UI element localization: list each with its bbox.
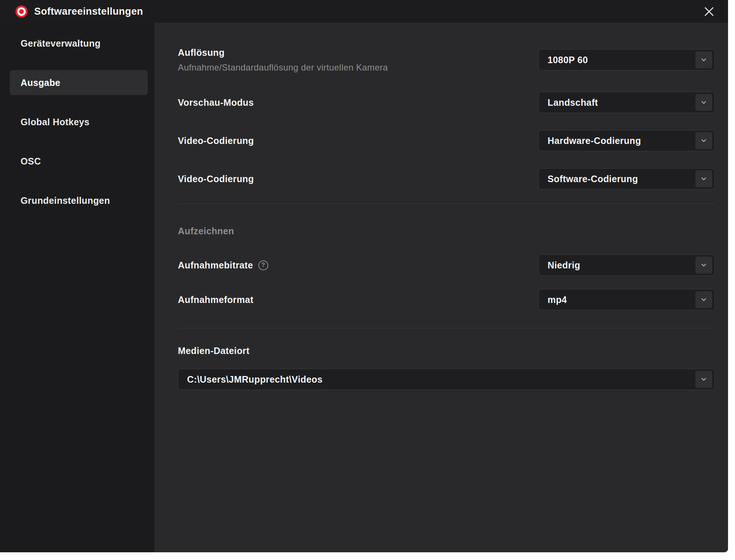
preview-mode-select[interactable]: Landschaft: [538, 92, 715, 113]
close-button[interactable]: [701, 3, 717, 19]
help-icon[interactable]: ?: [258, 260, 268, 270]
chevron-down-icon: [695, 132, 712, 149]
sidebar: Geräteverwaltung Ausgabe Global Hotkeys …: [0, 23, 154, 552]
select-value: mp4: [548, 295, 567, 305]
select-value: C:\Users\JMRupprecht\Videos: [187, 374, 323, 385]
bitrate-select[interactable]: Niedrig: [538, 254, 715, 276]
sidebar-item-osc[interactable]: OSC: [10, 149, 148, 174]
field-label: Video-Codierung: [178, 173, 254, 185]
select-value: 1080P 60: [548, 55, 588, 65]
sidebar-item-label: Grundeinstellungen: [21, 195, 110, 206]
field-label: Aufnahmeformat: [178, 293, 254, 306]
titlebar: Softwareeinstellungen: [0, 0, 728, 23]
page: Softwareeinstellungen Geräteverwaltung A…: [0, 0, 735, 560]
field-sublabel: Aufnahme/Standardauflösung der virtuelle…: [178, 62, 388, 73]
video-encoding-hw-select[interactable]: Hardware-Codierung: [538, 130, 715, 151]
field-label-text: Aufnahmebitrate: [178, 259, 253, 271]
field-label: Auflösung: [178, 46, 388, 59]
sidebar-item-label: Global Hotkeys: [21, 117, 90, 127]
resolution-select[interactable]: 1080P 60: [538, 49, 715, 71]
section-header-recording: Aufzeichnen: [178, 225, 715, 237]
field-label: Vorschau-Modus: [178, 96, 254, 109]
video-encoding-sw-select[interactable]: Software-Codierung: [538, 168, 715, 189]
media-location-select[interactable]: C:\Users\JMRupprecht\Videos: [178, 369, 715, 390]
format-select[interactable]: mp4: [538, 289, 715, 310]
select-value: Landschaft: [548, 97, 598, 108]
sidebar-item-label: OSC: [21, 156, 41, 167]
sidebar-item-global-hotkeys[interactable]: Global Hotkeys: [10, 109, 148, 134]
chevron-down-icon: [695, 51, 712, 68]
field-row-resolution: Auflösung Aufnahme/Standardauflösung der…: [178, 46, 715, 73]
close-icon: [704, 7, 714, 17]
chevron-down-icon: [695, 257, 712, 274]
main-content: Auflösung Aufnahme/Standardauflösung der…: [154, 23, 728, 552]
sidebar-item-geraeteverwaltung[interactable]: Geräteverwaltung: [10, 31, 148, 56]
field-label: Aufnahmebitrate ?: [178, 259, 268, 271]
sidebar-item-label: Geräteverwaltung: [21, 38, 101, 49]
divider: [178, 328, 715, 328]
sidebar-item-ausgabe[interactable]: Ausgabe: [10, 70, 148, 95]
chevron-down-icon: [695, 94, 712, 111]
divider: [178, 203, 715, 204]
select-value: Software-Codierung: [548, 174, 638, 184]
window-body: Geräteverwaltung Ausgabe Global Hotkeys …: [0, 23, 728, 552]
chevron-down-icon: [695, 291, 712, 308]
media-location-label: Medien-Dateiort: [178, 344, 715, 357]
chevron-down-icon: [695, 371, 712, 388]
field-row-video-encoding-hw: Video-Codierung Hardware-Codierung: [178, 130, 715, 151]
sidebar-item-grundeinstellungen[interactable]: Grundeinstellungen: [10, 188, 148, 213]
field-row-format: Aufnahmeformat mp4: [178, 289, 715, 310]
app-logo-icon: [15, 6, 28, 18]
field-row-preview-mode: Vorschau-Modus Landschaft: [178, 92, 715, 113]
field-row-video-encoding-sw: Video-Codierung Software-Codierung: [178, 168, 715, 189]
settings-window: Softwareeinstellungen Geräteverwaltung A…: [0, 0, 728, 552]
field-label: Video-Codierung: [178, 134, 254, 147]
select-value: Niedrig: [548, 260, 580, 271]
chevron-down-icon: [695, 170, 712, 187]
select-value: Hardware-Codierung: [548, 136, 641, 146]
window-title: Softwareeinstellungen: [34, 6, 143, 17]
sidebar-item-label: Ausgabe: [21, 77, 60, 88]
field-labels: Auflösung Aufnahme/Standardauflösung der…: [178, 46, 388, 73]
field-row-bitrate: Aufnahmebitrate ? Niedrig: [178, 254, 715, 276]
